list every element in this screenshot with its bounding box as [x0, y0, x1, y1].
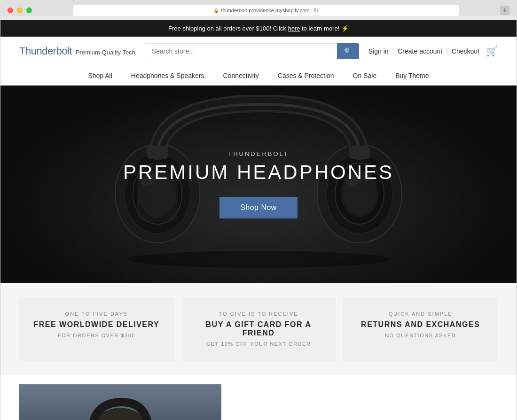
feature-desc-1: GET 10% OFF YOUR NEXT ORDER	[191, 341, 327, 347]
bottom-product-image	[19, 384, 221, 420]
feature-title-1: BUY A GIFT CARD FOR A FRIEND	[191, 320, 327, 337]
announcement-text-after: to learn more! ⚡	[300, 25, 348, 32]
hero-subtitle: THUNDERBOLT	[123, 150, 394, 157]
url-text: thunderbolt-providence.myshopify.com	[221, 8, 309, 13]
feature-desc-0: FOR ORDERS OVER $300	[29, 333, 164, 338]
feature-card-returns: QUICK AND SIMPLE RETURNS AND EXCHANGES N…	[343, 297, 498, 361]
search-button[interactable]: 🔍	[337, 43, 359, 59]
logo-tagline: Premium Quality Tech	[76, 49, 135, 56]
feature-label-0: ONE TO FIVE DAYS	[29, 311, 164, 317]
feature-card-delivery: ONE TO FIVE DAYS FREE WORLDWIDE DELIVERY…	[19, 297, 174, 361]
announcement-bar: Free shipping on all orders over $100! C…	[0, 20, 517, 37]
navigation: Shop All Headphones & Speakers Connectiv…	[0, 66, 517, 86]
logo-area: Thunderbolt Premium Quality Tech	[19, 45, 135, 57]
feature-title-2: RETURNS AND EXCHANGES	[352, 320, 488, 329]
search-input[interactable]	[145, 43, 337, 59]
address-bar: 🔒 thunderbolt-providence.myshopify.com ↻	[73, 5, 459, 16]
header-actions: Sign in | Create account | Checkout 🛒	[368, 46, 498, 57]
svg-point-15	[127, 251, 390, 268]
announcement-link[interactable]: here	[288, 25, 300, 32]
separator-2: |	[446, 47, 448, 55]
cart-icon[interactable]: 🛒	[486, 46, 498, 57]
separator-1: |	[392, 47, 394, 55]
feature-label-2: QUICK AND SIMPLE	[352, 311, 488, 317]
hero-section: THUNDERBOLT PREMIUM HEADPHONES Shop Now	[0, 86, 517, 283]
lock-icon: 🔒	[213, 8, 219, 13]
feature-card-gift: TO GIVE IS TO RECEIVE BUY A GIFT CARD FO…	[181, 297, 336, 361]
feature-desc-2: NO QUESTIONS ASKED	[352, 333, 488, 338]
nav-shop-all[interactable]: Shop All	[88, 72, 112, 79]
shop-now-button[interactable]: Shop Now	[219, 197, 298, 218]
bottom-section	[0, 375, 517, 420]
sign-in-link[interactable]: Sign in	[368, 47, 389, 55]
header: Thunderbolt Premium Quality Tech 🔍 Sign …	[0, 37, 517, 66]
feature-label-1: TO GIVE IS TO RECEIVE	[191, 311, 327, 317]
maximize-dot[interactable]	[26, 8, 32, 13]
checkout-link[interactable]: Checkout	[452, 47, 479, 55]
nav-cases[interactable]: Cases & Protection	[278, 72, 334, 79]
feature-title-0: FREE WORLDWIDE DELIVERY	[29, 320, 164, 329]
browser-chrome: 🔒 thunderbolt-providence.myshopify.com ↻…	[0, 0, 517, 16]
minimize-dot[interactable]	[17, 8, 23, 13]
create-account-link[interactable]: Create account	[398, 47, 442, 55]
person-headphones-svg	[19, 384, 221, 420]
search-area: 🔍	[145, 43, 359, 59]
features-section: ONE TO FIVE DAYS FREE WORLDWIDE DELIVERY…	[0, 283, 517, 375]
hero-title: PREMIUM HEADPHONES	[123, 161, 394, 184]
logo[interactable]: Thunderbolt	[19, 45, 72, 57]
bottom-image-inner	[19, 384, 221, 420]
nav-on-sale[interactable]: On Sale	[353, 72, 377, 79]
nav-headphones[interactable]: Headphones & Speakers	[131, 72, 204, 79]
new-tab-button[interactable]: +	[500, 6, 509, 15]
reload-button[interactable]: ↻	[313, 7, 319, 14]
nav-connectivity[interactable]: Connectivity	[223, 72, 259, 79]
close-dot[interactable]	[8, 8, 13, 13]
page-wrapper: Free shipping on all orders over $100! C…	[0, 20, 517, 420]
hero-content: THUNDERBOLT PREMIUM HEADPHONES Shop Now	[123, 150, 394, 218]
announcement-text-before: Free shipping on all orders over $100! C…	[168, 25, 288, 32]
nav-buy-theme[interactable]: Buy Theme	[395, 72, 429, 79]
